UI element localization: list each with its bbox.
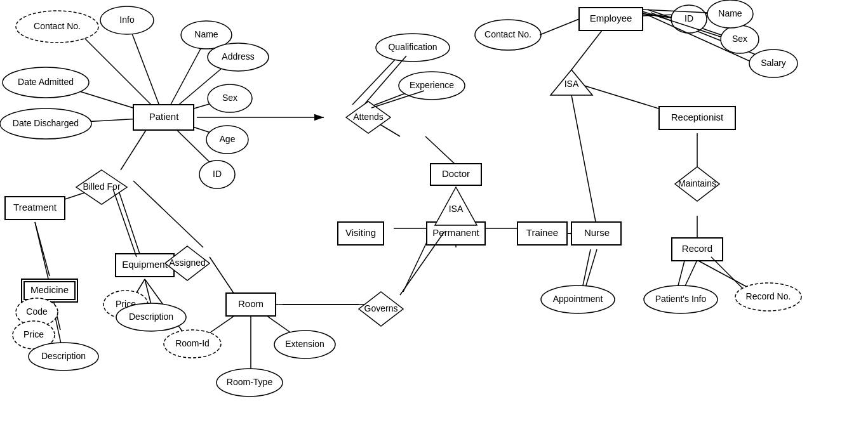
emp-name-label: Name	[718, 8, 742, 18]
patient-label: Patient	[149, 111, 180, 122]
address-label: Address	[222, 51, 254, 62]
svg-line-26	[210, 257, 235, 295]
assigned-label: Assigned	[169, 258, 206, 268]
age-label: Age	[220, 134, 236, 144]
med-description-label: Description	[41, 351, 86, 361]
svg-line-61	[113, 189, 137, 257]
med-price-label: Price	[23, 329, 44, 339]
contact-no-label: Contact No.	[34, 21, 81, 31]
svg-line-58	[711, 257, 743, 289]
svg-line-57	[678, 261, 684, 285]
salary-label: Salary	[761, 58, 786, 68]
qualification-label: Qualification	[388, 42, 437, 52]
emp-sex-label: Sex	[732, 34, 747, 44]
treatment-label: Treatment	[13, 202, 57, 213]
experience-label: Experience	[410, 80, 454, 90]
date-discharged-label: Date Discharged	[13, 118, 79, 128]
svg-line-63	[400, 232, 444, 295]
nurse-label: Nurse	[584, 227, 610, 238]
extension-label: Extension	[285, 339, 324, 349]
record-label: Record	[682, 243, 712, 254]
svg-line-11	[121, 130, 146, 170]
emp-contact-no-label: Contact No.	[484, 29, 531, 39]
patient-id-label: ID	[213, 169, 222, 179]
svg-line-13	[117, 187, 140, 254]
employee-label: Employee	[590, 13, 632, 23]
attends-label: Attends	[353, 112, 383, 122]
name-label: Name	[194, 29, 218, 39]
appointment-label: Appointment	[553, 294, 603, 304]
svg-line-43	[584, 86, 667, 111]
svg-line-59	[583, 249, 591, 285]
svg-line-14	[133, 181, 203, 247]
svg-line-56	[371, 91, 424, 108]
governs-label: Governs	[364, 303, 398, 313]
svg-line-55	[365, 56, 406, 103]
sex-label: Sex	[222, 93, 237, 103]
trainee-label: Trainee	[526, 227, 558, 238]
billed-for-label: Billed For	[83, 181, 120, 192]
code-label: Code	[26, 306, 48, 317]
svg-line-50	[540, 19, 579, 35]
isa-employee-label: ISA	[564, 79, 579, 89]
room-id-label: Room-Id	[175, 338, 210, 348]
equipment-label: Equipment	[122, 259, 168, 270]
equip-description-label: Description	[129, 312, 173, 322]
medicine-label: Medicine	[30, 284, 69, 295]
doctor-label: Doctor	[442, 168, 470, 179]
isa-doctor-label: ISA	[449, 204, 464, 214]
er-diagram: Patient Employee Doctor Treatment Equipm…	[0, 0, 868, 446]
patients-info-label: Patient's Info	[655, 294, 707, 304]
maintains-label: Maintains	[678, 178, 716, 188]
record-no-label: Record No.	[746, 291, 791, 301]
visiting-label: Visiting	[345, 227, 376, 238]
permanent-label: Permanent	[432, 227, 479, 238]
svg-line-30	[425, 136, 456, 165]
info-label: Info	[119, 15, 135, 25]
svg-line-42	[571, 95, 597, 228]
receptionist-label: Receptionist	[671, 112, 724, 122]
date-admitted-label: Date Admitted	[18, 77, 74, 87]
emp-id-label: ID	[684, 13, 693, 23]
svg-line-2	[127, 20, 164, 117]
room-type-label: Room-Type	[227, 377, 273, 387]
room-label: Room	[238, 298, 264, 309]
